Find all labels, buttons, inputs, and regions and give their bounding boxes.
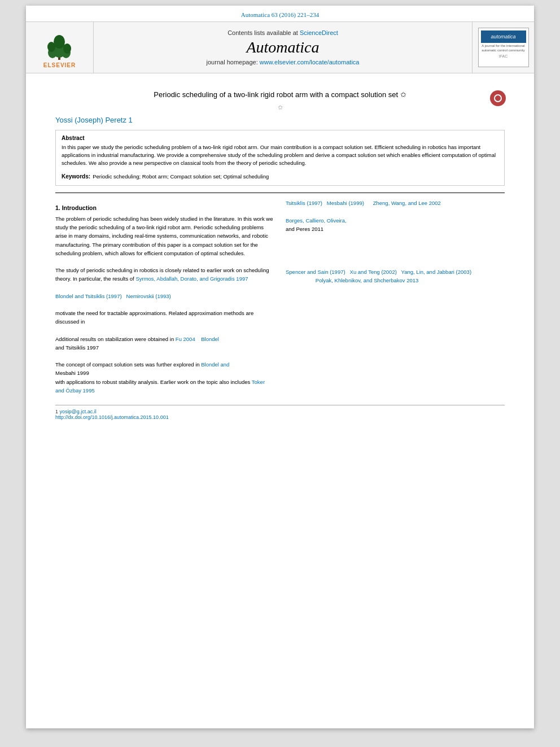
right-col-borges: Borges, Calliero, Oliveira,: [286, 216, 505, 225]
cite-zheng[interactable]: Zheng, Wang, and Lee 2002: [373, 200, 441, 206]
cite-tsitsiklis[interactable]: Tsitsiklis (1997): [286, 200, 322, 206]
cite-spencer[interactable]: Spencer and Sain (1997): [286, 269, 345, 275]
intro-para7: motivate the need for tractable approxim…: [55, 309, 274, 326]
abstract-text: In this paper we study the periodic sche…: [62, 143, 498, 168]
homepage-link[interactable]: www.elsevier.com/locate/automatica: [260, 59, 360, 65]
intro-para9: and Tsitsiklis 1997: [55, 343, 274, 352]
cite-xu-teng[interactable]: Xu and Teng (2002): [350, 269, 397, 275]
footnote-1: 1 yosip@g.jct.ac.il: [55, 409, 505, 414]
cite-borges[interactable]: Borges, Calliero, Oliveira,: [286, 217, 347, 224]
footnote-section: 1 yosip@g.jct.ac.il http://dx.doi.org/10…: [55, 405, 505, 420]
right-col-polyak: Polyak, Khlebnikov, and Shcherbakov 2013: [286, 276, 505, 285]
automatica-logo-block: automatica A journal for the internation…: [472, 22, 534, 73]
two-column-body: 1. Introduction The problem of periodic …: [55, 199, 505, 395]
automatica-logo-inner: automatica A journal for the internation…: [478, 28, 529, 67]
sciencedirect-line: Contents lists available at ScienceDirec…: [228, 29, 338, 36]
intro-para12: with applications to robust stability an…: [55, 378, 274, 395]
journal-title: Automatica: [246, 38, 319, 56]
cite-fu[interactable]: Fu 2004: [176, 336, 195, 342]
journal-header: ELSEVIER Contents lists available at Sci…: [26, 22, 534, 73]
cite-blondel2[interactable]: Blondel: [201, 336, 219, 342]
cite-polyak[interactable]: Polyak, Khlebnikov, and Shcherbakov 2013: [316, 277, 419, 283]
main-content: Periodic scheduling of a two-link rigid …: [26, 73, 534, 431]
abstract-label: Abstract: [62, 135, 498, 141]
elsevier-label: ELSEVIER: [43, 62, 76, 68]
intro-para8: Additional results on stabilization were…: [55, 335, 274, 343]
footnote-doi: http://dx.doi.org/10.1016/j.automatica.2…: [55, 414, 505, 420]
journal-center: Contents lists available at ScienceDirec…: [94, 22, 472, 73]
paper-title-section: Periodic scheduling of a two-link rigid …: [55, 89, 505, 111]
right-col-citations: Tsitsiklis (1997) Mesbahi (1999) Zheng, …: [286, 199, 505, 207]
crossmark-inner-icon: [494, 94, 502, 102]
svg-point-6: [63, 43, 71, 54]
cite-syrmos[interactable]: Syrmos, Abdallah, Dorato, and Grigoradis…: [135, 276, 248, 282]
right-col-peres: and Peres 2011: [286, 225, 505, 233]
intro-para1: The problem of periodic scheduling has b…: [55, 215, 274, 257]
paper-title: Periodic scheduling of a two-link rigid …: [55, 89, 505, 101]
footnote-email[interactable]: yosip@g.jct.ac.il: [60, 409, 97, 414]
cite-blondel-tsitsiklis[interactable]: Blondel and Tsitsiklis (1997): [55, 293, 122, 299]
section-divider: [55, 193, 505, 193]
sciencedirect-prefix: Contents lists available at: [228, 29, 298, 36]
elsevier-tree-icon: [40, 33, 80, 61]
doi-link[interactable]: http://dx.doi.org/10.1016/j.automatica.2…: [55, 414, 169, 420]
star-note: ✩: [55, 104, 505, 111]
crossmark-icon[interactable]: [490, 90, 506, 106]
paper-page: Automatica 63 (2016) 221–234 ELSEVIER Co…: [26, 6, 534, 728]
author-name: Yossi (Joseph) Peretz 1: [55, 116, 505, 124]
intro-para11: Mesbahi 1999: [55, 369, 274, 377]
intro-heading: 1. Introduction: [55, 203, 274, 213]
auto-logo-banner: automatica: [481, 30, 526, 43]
elsevier-logo-block: ELSEVIER: [26, 22, 94, 73]
left-column: 1. Introduction The problem of periodic …: [55, 199, 274, 395]
homepage-prefix: journal homepage:: [207, 59, 258, 65]
intro-para2: The study of periodic scheduling in robo…: [55, 266, 274, 283]
intro-blondel-line: Blondel and Tsitsiklis (1997) Nemirovski…: [55, 292, 274, 300]
svg-point-7: [54, 35, 65, 49]
cite-mesbahi[interactable]: Mesbahi (1999): [327, 200, 364, 206]
citation-link[interactable]: Automatica 63 (2016) 221–234: [241, 11, 319, 18]
keywords-text: Periodic scheduling; Robot arm; Compact …: [93, 173, 269, 180]
auto-logo-subtitle: A journal for the internationalautomatic…: [482, 44, 524, 53]
ifac-badge: IFAC: [499, 54, 508, 58]
intro-para10: The concept of compact solution sets was…: [55, 360, 274, 369]
cite-blondel-and[interactable]: Blondel and: [201, 361, 229, 368]
top-citation-bar: Automatica 63 (2016) 221–234: [26, 6, 534, 22]
keywords-label: Keywords:: [62, 173, 90, 180]
right-col-spencer: Spencer and Sain (1997) Xu and Teng (200…: [286, 268, 505, 276]
footnote-number: 1: [55, 409, 58, 414]
homepage-line: journal homepage: www.elsevier.com/locat…: [207, 59, 360, 65]
sciencedirect-link[interactable]: ScienceDirect: [300, 29, 338, 36]
cite-nemirovskii[interactable]: Nemirovskii (1993): [126, 293, 171, 299]
right-column: Tsitsiklis (1997) Mesbahi (1999) Zheng, …: [286, 199, 505, 395]
cite-yang[interactable]: Yang, Lin, and Jabbari (2003): [401, 269, 471, 275]
abstract-box: Abstract In this paper we study the peri…: [55, 130, 505, 186]
automatica-logo-text: automatica: [491, 34, 515, 40]
